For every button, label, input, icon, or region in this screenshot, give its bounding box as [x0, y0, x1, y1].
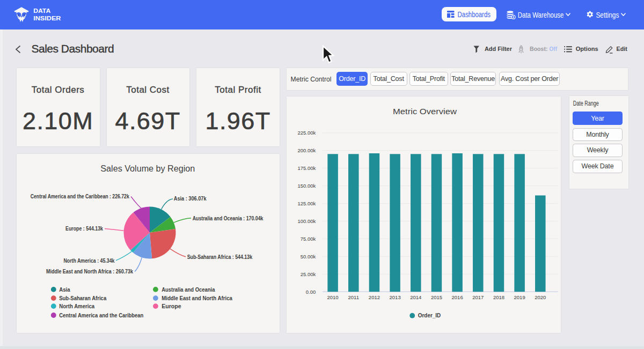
svg-text:150.00k: 150.00k	[297, 183, 316, 189]
svg-text:2019: 2019	[514, 294, 525, 300]
svg-text:Edit: Edit	[617, 46, 628, 52]
svg-text:100.00k: 100.00k	[297, 218, 316, 224]
svg-text:North America : 45.34k: North America : 45.34k	[63, 257, 114, 263]
svg-text:Australia and Oceania: Australia and Oceania	[162, 286, 215, 292]
svg-text:75.00k: 75.00k	[300, 236, 316, 242]
svg-text:Dashboards: Dashboards	[458, 10, 491, 19]
svg-text:2012: 2012	[368, 294, 379, 300]
svg-text:DATA: DATA	[33, 8, 50, 14]
svg-text:200.00k: 200.00k	[297, 147, 316, 153]
svg-text:Options: Options	[576, 46, 598, 52]
svg-text:Central America and the Caribb: Central America and the Caribbean	[59, 311, 143, 318]
svg-text:Order_ID: Order_ID	[418, 313, 440, 318]
svg-text:125.00k: 125.00k	[297, 201, 316, 206]
svg-text:25.00k: 25.00k	[300, 271, 316, 277]
svg-text:2018: 2018	[493, 294, 504, 300]
svg-text:Central America and the Caribb: Central America and the Caribbean : 226.…	[31, 192, 129, 199]
svg-text:2010: 2010	[327, 294, 338, 300]
svg-text:Data Warehouse: Data Warehouse	[518, 10, 564, 19]
svg-text:Sub-Saharan Africa: Sub-Saharan Africa	[59, 294, 106, 301]
svg-text:Sub-Saharan Africa : 544.13k: Sub-Saharan Africa : 544.13k	[187, 253, 253, 259]
svg-text:Settings: Settings	[596, 10, 619, 19]
svg-text:Europe: Europe	[162, 302, 181, 309]
svg-text:Australia and Oceania : 170.04: Australia and Oceania : 170.04k	[193, 214, 264, 221]
svg-text:2015: 2015	[430, 294, 442, 300]
svg-text:2020: 2020	[535, 294, 546, 300]
svg-text:Metric Control: Metric Control	[291, 75, 332, 83]
svg-text:Boost:: Boost:	[530, 46, 548, 52]
svg-text:Asia : 306.07k: Asia : 306.07k	[174, 195, 207, 202]
svg-text:Europe : 544.13k: Europe : 544.13k	[65, 225, 103, 231]
svg-text:Sales Volume by Region: Sales Volume by Region	[100, 164, 195, 173]
svg-text:Metric Overview: Metric Overview	[393, 107, 457, 116]
svg-text:INSIDER: INSIDER	[33, 15, 61, 21]
svg-text:Asia: Asia	[59, 286, 70, 292]
svg-text:Middle East and North Africa :: Middle East and North Africa : 260.73k	[46, 268, 133, 274]
svg-text:2011: 2011	[348, 294, 358, 300]
svg-text:50.00k: 50.00k	[300, 254, 316, 259]
svg-text:North America: North America	[59, 302, 94, 309]
svg-text:0.00: 0.00	[305, 289, 316, 295]
svg-text:Date Range: Date Range	[573, 100, 599, 107]
svg-text:Off: Off	[550, 46, 558, 52]
svg-text:225.00k: 225.00k	[297, 130, 316, 136]
svg-text:2017: 2017	[472, 294, 484, 300]
svg-text:175.00k: 175.00k	[297, 165, 316, 171]
svg-text:Middle East and North Africa: Middle East and North Africa	[162, 294, 232, 301]
svg-text:2014: 2014	[410, 294, 421, 300]
svg-text:Add Filter: Add Filter	[485, 46, 513, 52]
svg-text:2013: 2013	[389, 294, 400, 300]
svg-text:2016: 2016	[451, 294, 463, 300]
